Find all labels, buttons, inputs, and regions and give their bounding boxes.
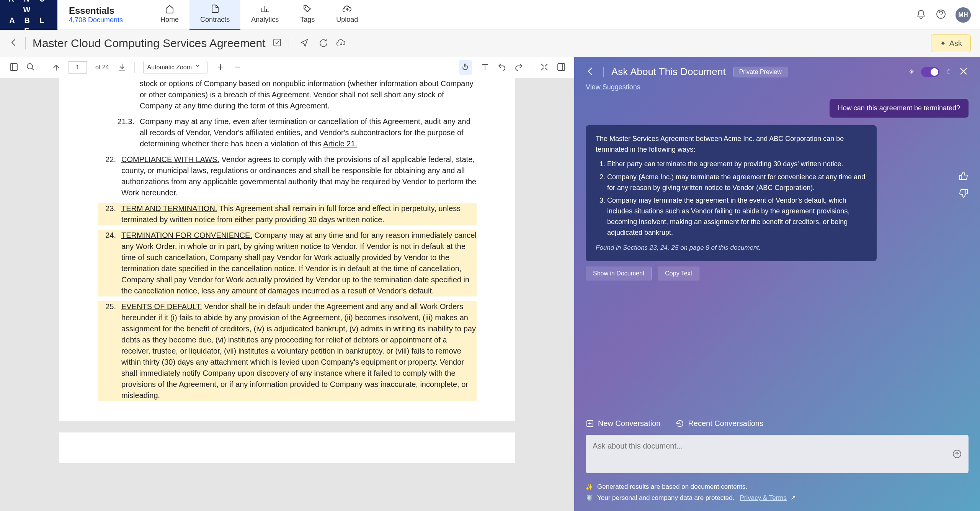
document-viewport[interactable]: stock or options of Company based on non… [0, 78, 574, 511]
view-suggestions-link[interactable]: View Suggestions [586, 83, 969, 91]
svg-point-0 [305, 7, 306, 8]
clause-25-num: 25. [98, 301, 116, 401]
theme-toggle[interactable] [921, 67, 939, 77]
copy-text-button[interactable]: Copy Text [658, 267, 699, 280]
clause-21-fragment: stock or options of Company based on non… [140, 78, 477, 111]
chat-panel: Ask About This Document Private Preview … [574, 57, 980, 511]
chevron-down-icon [195, 63, 203, 72]
article-21-link[interactable]: Article 21. [323, 139, 357, 148]
chart-icon [260, 4, 270, 13]
chat-title: Ask About This Document [611, 66, 726, 78]
fullscreen-icon[interactable] [540, 62, 548, 72]
disclaimer-generated: ✨Generated results are based on document… [586, 483, 969, 491]
chat-back-icon[interactable] [586, 66, 596, 78]
back-icon[interactable] [9, 38, 18, 49]
nav-upload[interactable]: Upload [325, 0, 369, 31]
clause-24-num: 24. [98, 230, 116, 296]
clause-22-num: 22. [98, 154, 116, 198]
external-link-icon: ↗ [791, 494, 796, 502]
nav-upload-label: Upload [336, 16, 358, 24]
help-icon[interactable] [936, 9, 946, 21]
nav-analytics-label: Analytics [251, 16, 279, 24]
sidebar-toggle-icon[interactable] [9, 62, 18, 72]
svg-rect-5 [558, 64, 565, 70]
clause-21-3-num: 21.3. [116, 116, 134, 149]
document-header: Master Cloud Computing Services Agreemen… [0, 30, 980, 57]
user-message: How can this agreement be terminated? [830, 99, 969, 118]
thumbs-up-icon[interactable] [959, 171, 969, 183]
plus-square-icon [586, 419, 594, 428]
page-up-icon[interactable] [52, 62, 60, 72]
sun-icon: ☀ [909, 68, 914, 75]
show-in-document-button[interactable]: Show in Document [586, 267, 652, 280]
clause-23-num: 23. [98, 203, 116, 225]
zoom-label: Automatic Zoom [147, 64, 192, 71]
zoom-out-icon[interactable] [233, 62, 241, 72]
nav-contracts-label: Contracts [200, 16, 230, 24]
panel-right-icon[interactable] [557, 62, 565, 72]
nav-contracts[interactable]: Contracts [189, 0, 240, 31]
clause-21-3: Company may at any time, even after term… [140, 116, 477, 149]
zoom-in-icon[interactable] [216, 62, 224, 72]
answer-list: Either party can terminate the agreement… [607, 159, 867, 238]
logo[interactable]: K N O W A B L E [0, 0, 57, 30]
page-total: of 24 [95, 64, 109, 71]
close-icon[interactable] [959, 66, 969, 78]
answer-intro: The Master Services Agreement between Ac… [596, 134, 867, 155]
refresh-icon[interactable] [318, 38, 327, 49]
history-icon [676, 419, 684, 428]
search-icon[interactable] [26, 62, 34, 72]
assistant-answer: The Master Services Agreement between Ac… [586, 125, 877, 261]
clause-22: COMPLIANCE WITH LAWS. Vendor agrees to c… [121, 154, 477, 198]
cloud-download-icon[interactable] [336, 38, 346, 49]
moon-icon: ☾ [946, 68, 952, 75]
verify-icon[interactable] [273, 38, 282, 49]
nav-tags[interactable]: Tags [289, 0, 325, 31]
preview-badge: Private Preview [733, 67, 787, 77]
disclaimer-privacy: 🛡️Your personal and company data are pro… [586, 494, 969, 502]
main-nav: Home Contracts Analytics Tags Upload [150, 0, 369, 31]
text-tool-icon[interactable] [480, 62, 489, 72]
workspace-info: Essentials 4,708 Documents [57, 5, 134, 24]
notifications-icon[interactable] [916, 9, 926, 21]
new-conversation-button[interactable]: New Conversation [586, 419, 660, 428]
cloud-upload-icon [343, 4, 352, 13]
page-input[interactable] [69, 61, 87, 74]
viewer-toolbar: of 24 Automatic Zoom [0, 57, 574, 78]
shield-icon: 🛡️ [586, 494, 593, 501]
file-icon [211, 4, 220, 13]
ask-button[interactable]: ✦ Ask [931, 34, 971, 52]
thumbs-down-icon[interactable] [959, 188, 969, 200]
download-icon[interactable] [118, 62, 126, 72]
answer-citation: Found in Sections 23, 24, 25 on page 8 o… [596, 243, 867, 253]
nav-home[interactable]: Home [150, 0, 189, 31]
document-title: Master Cloud Computing Services Agreemen… [33, 37, 266, 50]
chat-input[interactable] [586, 435, 969, 473]
avatar[interactable]: MH [956, 7, 971, 23]
workspace-doc-count[interactable]: 4,708 Documents [69, 16, 123, 24]
next-page-peek [59, 432, 515, 463]
recent-conversations-label: Recent Conversations [688, 419, 763, 428]
send-icon[interactable] [952, 449, 962, 460]
zoom-select[interactable]: Automatic Zoom [143, 61, 207, 74]
sparkle-icon: ✦ [940, 39, 946, 48]
undo-icon[interactable] [497, 62, 506, 72]
home-icon [165, 4, 174, 13]
svg-rect-2 [274, 39, 281, 46]
answer-item-2: Company (Acme Inc.) may terminate the ag… [607, 172, 867, 193]
hand-tool-icon[interactable] [459, 60, 472, 75]
redo-icon[interactable] [514, 62, 523, 72]
svg-point-4 [27, 64, 33, 69]
clause-24: TERMINATION FOR CONVENIENCE. Company may… [121, 230, 477, 296]
sparkle-icon: ✨ [586, 483, 593, 491]
nav-tags-label: Tags [300, 16, 315, 24]
privacy-terms-link[interactable]: Privacy & Terms [740, 494, 787, 502]
new-conversation-label: New Conversation [598, 419, 660, 428]
nav-home-label: Home [160, 16, 179, 24]
workspace-title: Essentials [69, 5, 123, 16]
nav-analytics[interactable]: Analytics [240, 0, 289, 31]
share-icon[interactable] [300, 38, 309, 49]
ask-button-label: Ask [949, 39, 962, 48]
answer-item-3: Company may terminate the agreement in t… [607, 195, 867, 238]
recent-conversations-button[interactable]: Recent Conversations [676, 419, 763, 428]
